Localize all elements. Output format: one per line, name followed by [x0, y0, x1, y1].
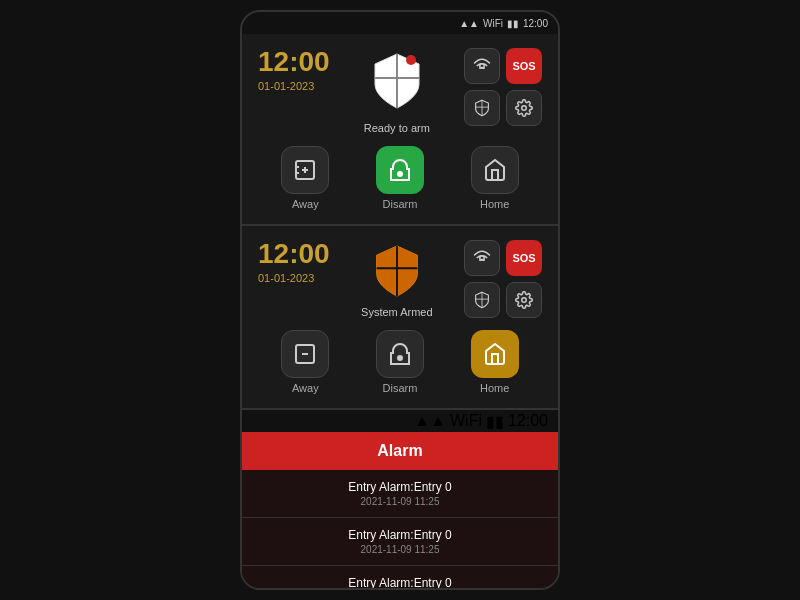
panel1-shield-center: Ready to arm [364, 50, 430, 134]
panel1-gear-button[interactable] [506, 90, 542, 126]
alarm-entry-2-time: 2021-11-09 11:25 [258, 544, 542, 555]
status-bar-1: ▲▲ WiFi ▮▮ 12:00 [242, 12, 558, 34]
wifi-icon: WiFi [483, 18, 503, 29]
panel1-shield-button[interactable] [464, 90, 500, 126]
panel-ready: 12:00 01-01-2023 Ready to arm [242, 34, 558, 226]
panel2-time-section: 12:00 01-01-2023 [258, 240, 330, 284]
alarm-entry-1-title: Entry Alarm:Entry 0 [258, 480, 542, 494]
alarm-wifi-icon: WiFi [450, 412, 482, 430]
svg-point-2 [406, 55, 416, 65]
panel1-home-label: Home [480, 198, 509, 210]
panel2-home-label: Home [480, 382, 509, 394]
panel2-time: 12:00 [258, 240, 330, 268]
alarm-entry-1: Entry Alarm:Entry 0 2021-11-09 11:25 [242, 470, 558, 518]
alarm-battery-icon: ▮▮ [486, 412, 504, 431]
panel2-status-label: System Armed [361, 306, 433, 318]
alarm-entry-1-time: 2021-11-09 11:25 [258, 496, 542, 507]
signal-icon: ▲▲ [459, 18, 479, 29]
panel1-disarm-label: Disarm [383, 198, 418, 210]
panel1-action-buttons: SOS [464, 48, 542, 126]
panel1-sos-button[interactable]: SOS [506, 48, 542, 84]
alarm-status-bar: ▲▲ WiFi ▮▮ 12:00 [242, 410, 558, 432]
panel1-shield-icon [369, 50, 425, 112]
status-time: 12:00 [523, 18, 548, 29]
alarm-entry-3: Entry Alarm:Entry 0 2021-11-09 11:25 [242, 566, 558, 590]
panel2-wifi-button[interactable] [464, 240, 500, 276]
panel2-action-buttons: SOS [464, 240, 542, 318]
panel1-away-label: Away [292, 198, 319, 210]
panel1-home-button[interactable]: Home [465, 146, 525, 210]
panel1-wifi-button[interactable] [464, 48, 500, 84]
battery-icon: ▮▮ [507, 18, 519, 29]
panel2-disarm-button[interactable]: Disarm [370, 330, 430, 394]
panel1-date: 01-01-2023 [258, 80, 330, 92]
panel-armed: 12:00 01-01-2023 System Armed [242, 226, 558, 410]
panel2-mode-buttons: Away Disarm Home [258, 330, 542, 398]
panel2-date: 01-01-2023 [258, 272, 330, 284]
alarm-header: Alarm [242, 432, 558, 470]
panel2-gear-button[interactable] [506, 282, 542, 318]
alarm-entry-2-title: Entry Alarm:Entry 0 [258, 528, 542, 542]
panel1-time: 12:00 [258, 48, 330, 76]
alarm-signal-icon: ▲▲ [414, 412, 446, 430]
alarm-panel: ▲▲ WiFi ▮▮ 12:00 Alarm Entry Alarm:Entry… [242, 410, 558, 590]
svg-point-14 [522, 298, 527, 303]
panel1-away-button[interactable]: Away [275, 146, 335, 210]
svg-point-16 [398, 356, 402, 360]
panel1-status-label: Ready to arm [364, 122, 430, 134]
panel1-mode-buttons: Away Disarm Home [258, 146, 542, 214]
panel2-disarm-label: Disarm [383, 382, 418, 394]
panel2-shield-center: System Armed [361, 242, 433, 318]
panel2-shield-button[interactable] [464, 282, 500, 318]
alarm-entries: Entry Alarm:Entry 0 2021-11-09 11:25 Ent… [242, 470, 558, 590]
alarm-entry-2: Entry Alarm:Entry 0 2021-11-09 11:25 [242, 518, 558, 566]
svg-point-8 [398, 172, 402, 176]
panel2-away-button[interactable]: Away [275, 330, 335, 394]
panel1-time-section: 12:00 01-01-2023 [258, 48, 330, 92]
phone-container: ▲▲ WiFi ▮▮ 12:00 12:00 01-01-2023 R [240, 10, 560, 590]
panel2-home-button[interactable]: Home [465, 330, 525, 394]
panel2-sos-button[interactable]: SOS [506, 240, 542, 276]
panel2-shield-icon [371, 242, 423, 300]
panel2-away-label: Away [292, 382, 319, 394]
alarm-time: 12:00 [508, 412, 548, 430]
svg-point-6 [522, 106, 527, 111]
alarm-entry-3-title: Entry Alarm:Entry 0 [258, 576, 542, 590]
panel1-disarm-button[interactable]: Disarm [370, 146, 430, 210]
